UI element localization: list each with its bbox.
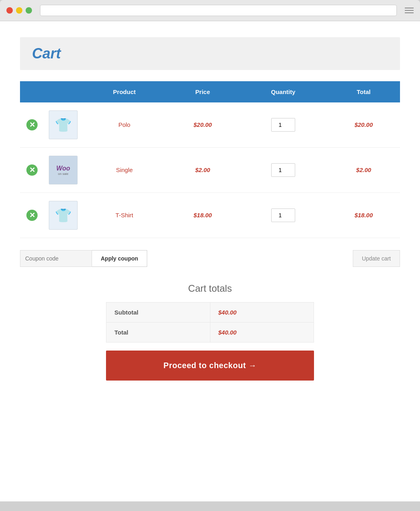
table-header-row: Product Price Quantity Total [20,81,400,102]
total-row: Total $40.00 [106,323,314,343]
qty-cell [239,148,328,193]
th-remove [20,81,44,102]
remove-polo-button[interactable]: ✕ [26,119,38,130]
name-cell: T-Shirt [82,193,166,238]
address-bar[interactable] [40,5,397,16]
page-title: Cart [32,45,388,62]
coupon-input[interactable] [20,250,92,267]
page-content: Cart Product Price Quantity Total ✕ [0,21,420,501]
tshirt-thumbnail: 👕 [49,201,78,230]
remove-cell: ✕ [20,193,44,238]
maximize-button[interactable] [26,7,32,14]
tshirt-qty-input[interactable] [271,208,295,222]
total-label: Total [106,323,210,343]
woo-image: Woo on sale [49,156,77,184]
minimize-button[interactable] [16,7,22,14]
subtotal-value: $40.00 [210,303,314,323]
remove-cell: ✕ [20,148,44,193]
qty-cell [239,193,328,238]
price-cell: $18.00 [166,193,239,238]
woo-sublabel: on sale [58,172,68,176]
name-cell: Single [82,148,166,193]
th-quantity: Quantity [239,81,328,102]
th-total: Total [327,81,400,102]
single-name[interactable]: Single [116,166,133,173]
remove-cell: ✕ [20,102,44,148]
totals-table: Subtotal $40.00 Total $40.00 [106,302,314,343]
cart-actions: Apply coupon Update cart [20,250,400,267]
subtotal-label: Subtotal [106,303,210,323]
tshirt-image: 👕 [55,207,72,223]
total-cell: $2.00 [327,148,400,193]
polo-name[interactable]: Polo [118,121,130,128]
page-title-bar: Cart [20,37,400,70]
cart-totals-section: Cart totals Subtotal $40.00 Total $40.00… [106,283,314,381]
total-cell: $20.00 [327,102,400,148]
single-total: $2.00 [356,166,371,173]
apply-coupon-button[interactable]: Apply coupon [92,250,147,267]
th-price: Price [166,81,239,102]
proceed-to-checkout-button[interactable]: Proceed to checkout → [106,351,314,381]
remove-icon: ✕ [26,119,38,130]
table-row: ✕ 👕 Polo $20.00 $20.00 [20,102,400,148]
total-value: $40.00 [210,323,314,343]
single-thumbnail: Woo on sale [49,156,78,184]
browser-chrome [0,0,420,21]
coupon-area: Apply coupon [20,250,147,267]
polo-thumbnail: 👕 [49,110,78,139]
image-cell: 👕 [44,102,82,148]
remove-icon: ✕ [26,164,38,176]
table-row: ✕ 👕 T-Shirt $18.00 $18. [20,193,400,238]
table-row: ✕ Woo on sale Single $2.00 [20,148,400,193]
cart-table: Product Price Quantity Total ✕ 👕 [20,81,400,238]
th-image [44,81,82,102]
polo-image: 👕 [55,117,72,133]
close-button[interactable] [6,7,13,14]
tshirt-total: $18.00 [354,212,373,218]
image-cell: Woo on sale [44,148,82,193]
price-cell: $2.00 [166,148,239,193]
remove-icon: ✕ [26,210,38,221]
image-cell: 👕 [44,193,82,238]
polo-qty-input[interactable] [271,118,295,132]
subtotal-row: Subtotal $40.00 [106,303,314,323]
total-cell: $18.00 [327,193,400,238]
remove-tshirt-button[interactable]: ✕ [26,210,38,221]
qty-cell [239,102,328,148]
cart-totals-title: Cart totals [106,283,314,294]
remove-single-button[interactable]: ✕ [26,164,38,176]
polo-total: $20.00 [354,121,373,128]
tshirt-name[interactable]: T-Shirt [116,212,133,218]
woo-label: Woo [56,165,70,172]
hamburger-menu[interactable] [405,8,414,13]
price-cell: $20.00 [166,102,239,148]
single-qty-input[interactable] [271,163,295,177]
th-product: Product [82,81,166,102]
tshirt-price: $18.00 [194,212,212,218]
name-cell: Polo [82,102,166,148]
single-price: $2.00 [195,166,210,173]
update-cart-button[interactable]: Update cart [353,250,400,267]
polo-price: $20.00 [194,121,212,128]
